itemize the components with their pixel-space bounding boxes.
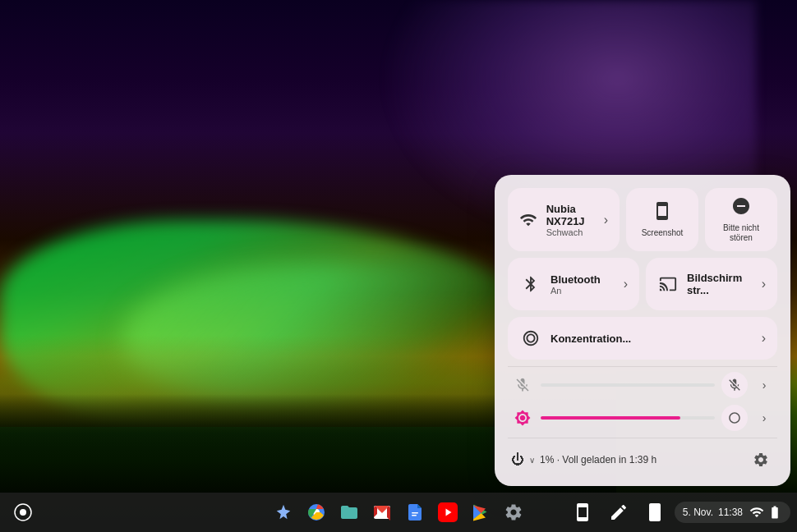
bluetooth-icon xyxy=(519,273,542,296)
signal-icon xyxy=(749,505,764,520)
brightness-icon xyxy=(511,406,534,429)
settings-button[interactable] xyxy=(748,447,774,473)
wifi-icon xyxy=(519,209,538,232)
screenshot-label: Screenshot xyxy=(642,228,684,238)
taskbar-ai-icon[interactable] xyxy=(269,498,298,527)
svg-rect-4 xyxy=(412,512,418,514)
tray-pen-icon[interactable] xyxy=(602,496,635,529)
bluetooth-tile[interactable]: Bluetooth An › xyxy=(508,258,639,310)
screen-arrow: › xyxy=(762,277,766,291)
network-tile-text: Nubia NX721J Schwach xyxy=(546,203,604,237)
bluetooth-tile-text: Bluetooth An xyxy=(551,273,601,296)
taskbar-files-icon[interactable] xyxy=(334,498,364,527)
bluetooth-title: Bluetooth xyxy=(551,273,601,286)
brightness-toggle-button[interactable] xyxy=(721,405,748,431)
network-tile-content: Nubia NX721J Schwach xyxy=(519,203,604,237)
cast-icon xyxy=(657,273,679,296)
mic-settings-arrow[interactable]: › xyxy=(754,375,774,395)
brightness-slider-fill xyxy=(541,416,680,420)
taskbar-left xyxy=(7,496,39,529)
bluetooth-status: An xyxy=(551,286,601,296)
dnd-label: Bitte nicht stören xyxy=(713,223,769,243)
taskbar: 5. Nov. 11:38 xyxy=(0,493,797,532)
divider-2 xyxy=(508,438,777,438)
taskbar-docs-icon[interactable] xyxy=(400,498,430,527)
taskbar-chrome-icon[interactable] xyxy=(302,498,331,527)
network-arrow: › xyxy=(604,213,608,227)
network-name: Nubia NX721J xyxy=(546,203,604,227)
quick-settings-panel: Nubia NX721J Schwach › Screenshot Bitt xyxy=(495,175,790,486)
focus-tile-content: Konzentration... xyxy=(519,327,631,350)
qs-row-3: Konzentration... › xyxy=(508,317,777,360)
system-tray[interactable]: 5. Nov. 11:38 xyxy=(675,502,790,523)
screen-tile[interactable]: Bildschirm str... › xyxy=(646,258,777,310)
taskbar-gmail-icon[interactable] xyxy=(367,498,397,527)
tray-phone-icon[interactable] xyxy=(638,496,671,529)
taskbar-center xyxy=(269,498,528,527)
taskbar-youtube-icon[interactable] xyxy=(433,498,463,527)
battery-icon xyxy=(767,505,782,520)
tray-date: 5. Nov. xyxy=(683,507,713,518)
network-tile[interactable]: Nubia NX721J Schwach › xyxy=(508,188,620,251)
brightness-slider-track[interactable] xyxy=(541,416,715,420)
mic-slider-track[interactable] xyxy=(541,383,715,387)
brightness-slider-row: › xyxy=(508,405,777,431)
network-strength: Schwach xyxy=(546,227,604,237)
focus-label: Konzentration... xyxy=(551,332,631,345)
taskbar-right: 5. Nov. 11:38 xyxy=(566,496,790,529)
power-icon: ⏻ xyxy=(511,452,524,467)
screen-label: Bildschirm str... xyxy=(687,272,762,296)
focus-icon xyxy=(519,327,542,350)
taskbar-playstore-icon[interactable] xyxy=(466,498,495,527)
battery-row: ⏻ ∨ 1% · Voll geladen in 1:39 h xyxy=(508,443,777,473)
tray-time: 11:38 xyxy=(718,507,743,518)
mic-slider-row: › xyxy=(508,372,777,398)
bluetooth-arrow: › xyxy=(624,277,628,291)
launcher-button[interactable] xyxy=(7,496,39,529)
screen-tile-content: Bildschirm str... xyxy=(657,272,762,296)
tray-screenshot-icon[interactable] xyxy=(566,496,599,529)
mic-mute-button[interactable] xyxy=(721,372,748,398)
svg-rect-5 xyxy=(412,515,417,516)
battery-info[interactable]: ⏻ ∨ 1% · Voll geladen in 1:39 h xyxy=(511,452,656,467)
qs-row-2: Bluetooth An › Bildschirm str... › xyxy=(508,258,777,310)
mic-off-icon xyxy=(511,374,534,397)
brightness-settings-arrow[interactable]: › xyxy=(754,408,774,428)
divider-1 xyxy=(508,366,777,367)
svg-point-1 xyxy=(20,509,26,516)
dnd-icon xyxy=(731,196,751,220)
battery-text: 1% · Voll geladen in 1:39 h xyxy=(540,454,656,466)
bluetooth-tile-content: Bluetooth An xyxy=(519,273,601,296)
qs-row-1: Nubia NX721J Schwach › Screenshot Bitt xyxy=(508,188,777,251)
taskbar-settings-icon[interactable] xyxy=(499,498,528,527)
focus-tile[interactable]: Konzentration... › xyxy=(508,317,777,360)
focus-arrow: › xyxy=(762,331,766,346)
dnd-tile[interactable]: Bitte nicht stören xyxy=(705,188,777,251)
battery-chevron: ∨ xyxy=(529,456,535,465)
screenshot-tile[interactable]: Screenshot xyxy=(626,188,698,251)
screenshot-icon xyxy=(652,201,672,225)
